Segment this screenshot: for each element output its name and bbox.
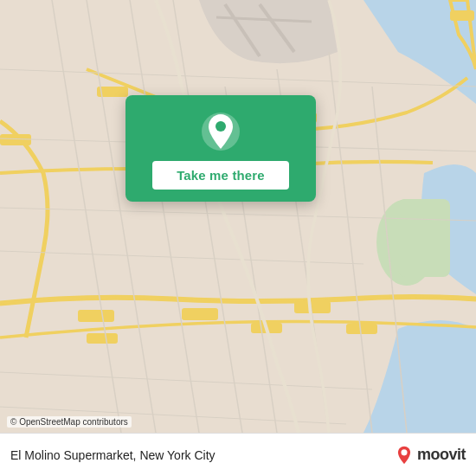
moovit-logo: moovit <box>395 446 466 465</box>
map-background <box>0 0 476 433</box>
location-label: El Molino Supermarket, New York City <box>10 448 215 462</box>
moovit-brand-label: moovit <box>417 446 466 464</box>
moovit-logo-pin-icon <box>395 446 414 465</box>
svg-rect-6 <box>78 310 114 322</box>
svg-rect-7 <box>182 308 218 320</box>
take-me-there-button[interactable]: Take me there <box>152 161 289 190</box>
svg-rect-8 <box>294 301 331 313</box>
svg-point-33 <box>215 121 226 132</box>
svg-rect-5 <box>398 199 450 277</box>
map-attribution: © OpenStreetMap contributors <box>7 416 132 428</box>
svg-rect-13 <box>346 324 377 334</box>
svg-point-34 <box>401 449 407 455</box>
location-pin-icon <box>200 111 241 152</box>
svg-rect-17 <box>450 10 474 21</box>
svg-rect-14 <box>0 134 31 145</box>
app: Take me there © OpenStreetMap contributo… <box>0 0 476 476</box>
svg-rect-11 <box>87 333 118 344</box>
map-popup: Take me there <box>125 95 316 202</box>
footer: El Molino Supermarket, New York City moo… <box>0 433 476 476</box>
map-container: Take me there © OpenStreetMap contributo… <box>0 0 476 433</box>
